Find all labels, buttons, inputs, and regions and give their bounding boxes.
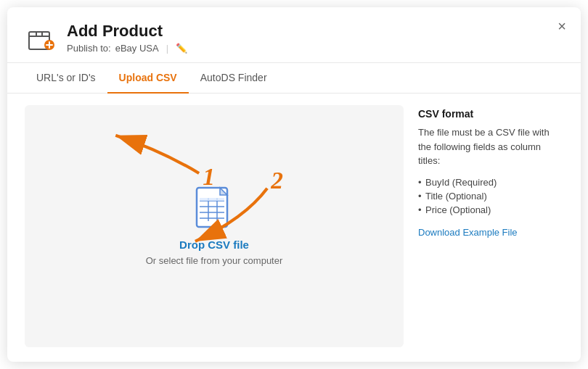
tab-urls[interactable]: URL's or ID's [25,63,107,94]
modal-body: 1 2 [7,94,581,362]
add-product-modal: Add Product Publish to: eBay USA | ✏️ × … [7,7,581,362]
download-example-link[interactable]: Download Example File [418,227,518,238]
field-price: Price (Optional) [418,204,563,215]
product-icon [25,22,57,54]
svg-rect-14 [208,198,217,201]
drop-csv-label[interactable]: Drop CSV file [179,239,249,251]
csv-format-sidebar: CSV format The file must be a CSV file w… [418,105,563,347]
modal-title: Add Product [67,22,187,41]
svg-rect-15 [217,198,224,201]
svg-text:2: 2 [270,167,283,194]
sidebar-description: The file must be a CSV file with the fol… [418,125,563,168]
publish-value: eBay USA [115,43,159,54]
sidebar-fields: BuyId (Required) Title (Optional) Price … [418,177,563,215]
sidebar-title: CSV format [418,108,563,120]
modal-header: Add Product Publish to: eBay USA | ✏️ × [7,7,581,63]
field-title: Title (Optional) [418,191,563,202]
publish-label: Publish to: [67,43,111,54]
edit-icon[interactable]: ✏️ [176,43,187,54]
tab-autods[interactable]: AutoDS Finder [189,63,279,94]
svg-rect-13 [200,198,208,201]
csv-upload-area[interactable]: 1 2 [25,105,404,347]
tabs-container: URL's or ID's Upload CSV AutoDS Finder [7,63,581,94]
tab-upload-csv[interactable]: Upload CSV [107,63,189,94]
divider: | [166,43,168,54]
field-buyid: BuyId (Required) [418,177,563,188]
close-button[interactable]: × [558,19,566,33]
modal-subtitle: Publish to: eBay USA | ✏️ [67,43,187,54]
drop-csv-sublabel: Or select file from your computer [146,255,283,266]
header-text: Add Product Publish to: eBay USA | ✏️ [67,22,187,53]
csv-icon [194,186,234,239]
